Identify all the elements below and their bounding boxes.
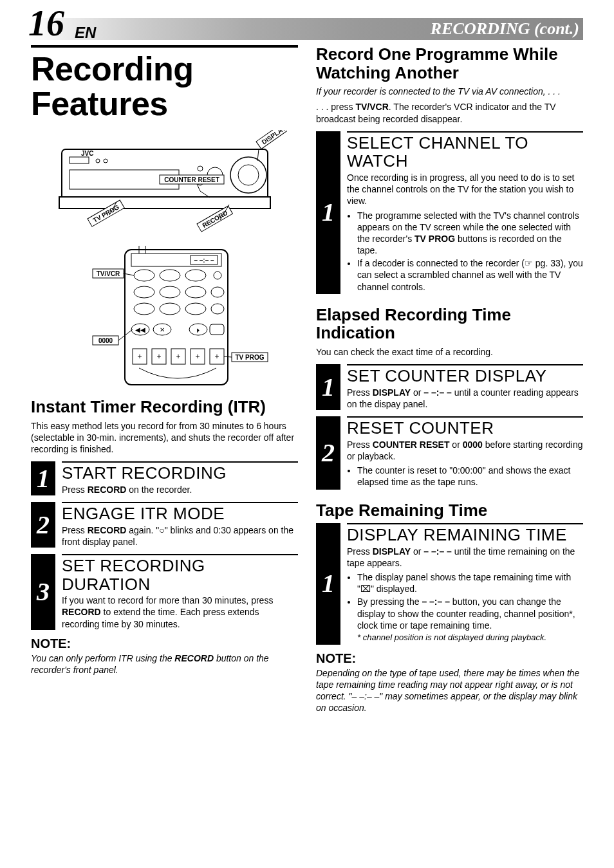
vcr-remote-diagram: JVC DISPLAY bbox=[31, 130, 298, 387]
svg-text:TV PROG: TV PROG bbox=[235, 354, 264, 361]
step-body: If you want to record for more than 30 m… bbox=[62, 595, 298, 630]
list-item: The programme selected with the TV's cha… bbox=[357, 210, 583, 257]
step-number-icon: 1 bbox=[31, 461, 55, 495]
vcr-label-record: RECORD bbox=[197, 206, 232, 232]
remote-body-icon: – –:– – bbox=[125, 246, 228, 385]
page-number: 16 bbox=[28, 5, 64, 41]
svg-text:+: + bbox=[195, 352, 200, 361]
step-3: 3 SET RECORDING DURATION If you want to … bbox=[31, 554, 298, 630]
right-column: Record One Programme While Watching Anot… bbox=[316, 45, 583, 721]
jvc-label: JVC bbox=[81, 150, 93, 157]
svg-text:0000: 0000 bbox=[98, 337, 113, 344]
note-body: Depending on the type of tape used, ther… bbox=[316, 667, 583, 714]
list-item: The counter is reset to "0:00:00" and sh… bbox=[357, 465, 583, 488]
step-number-icon: 3 bbox=[31, 554, 55, 630]
bullet-list: The counter is reset to "0:00:00" and sh… bbox=[347, 465, 583, 488]
step-number-icon: 1 bbox=[316, 523, 340, 645]
rule bbox=[31, 45, 298, 48]
svg-text:+: + bbox=[176, 352, 180, 361]
footnote: * channel position is not displayed duri… bbox=[357, 633, 546, 642]
step-title: RESET COUNTER bbox=[347, 416, 583, 438]
sec1-heading: Record One Programme While Watching Anot… bbox=[316, 45, 583, 82]
step-title: SET RECORDING DURATION bbox=[62, 554, 298, 593]
svg-text:+: + bbox=[214, 352, 219, 361]
step-number-icon: 2 bbox=[316, 416, 340, 489]
step-number-icon: 2 bbox=[31, 502, 55, 548]
step-body: Press DISPLAY or – –:– – until the time … bbox=[347, 546, 583, 569]
step-number-icon: 1 bbox=[316, 131, 340, 294]
sec2-intro: You can check the exact time of a record… bbox=[316, 346, 583, 358]
vcr-label-display: DISPLAY bbox=[256, 130, 287, 149]
note-heading: NOTE: bbox=[31, 636, 298, 651]
step-body: Press RECORD again. "○" blinks and 0:30 … bbox=[62, 524, 298, 548]
page-number-lang: EN bbox=[75, 24, 96, 42]
step-1: 1 START RECORDING Press RECORD on the re… bbox=[31, 461, 298, 495]
bullet-list: The display panel shows the tape remaini… bbox=[347, 571, 583, 643]
step-title: START RECORDING bbox=[62, 461, 298, 483]
step-body: Once recording is in progress, all you n… bbox=[347, 172, 583, 207]
sec3-step-1: 1 DISPLAY REMAINING TIME Press DISPLAY o… bbox=[316, 523, 583, 645]
step-title: SET COUNTER DISPLAY bbox=[347, 364, 583, 385]
remote-label-tvprog: TV PROG bbox=[232, 353, 268, 362]
sec2-step-1: 1 SET COUNTER DISPLAY Press DISPLAY or –… bbox=[316, 364, 583, 410]
list-item: If a decoder is connected to the recorde… bbox=[357, 257, 583, 293]
bullet-list: The programme selected with the TV's cha… bbox=[347, 210, 583, 293]
itr-intro: This easy method lets you record for fro… bbox=[31, 420, 298, 456]
step-body: Press RECORD on the recorder. bbox=[62, 484, 298, 495]
note-body: You can only perform ITR using the RECOR… bbox=[31, 652, 298, 676]
header-bar: 16 EN RECORDING (cont.) bbox=[31, 18, 583, 40]
remote-label-tvvcr: TV/VCR bbox=[93, 269, 124, 278]
main-title: Recording Features bbox=[31, 51, 298, 121]
svg-text:✕: ✕ bbox=[160, 326, 165, 333]
svg-text:+: + bbox=[156, 352, 161, 361]
list-item: By pressing the – –:– – button, you can … bbox=[357, 596, 583, 643]
svg-text:⏵: ⏵ bbox=[195, 327, 201, 333]
sec1-intro: . . . press TV/VCR. The recorder's VCR i… bbox=[316, 101, 583, 124]
svg-text:DISPLAY: DISPLAY bbox=[260, 130, 286, 146]
step-number-icon: 1 bbox=[316, 364, 340, 410]
step-body: Press DISPLAY or – –:– – until a counter… bbox=[347, 387, 583, 410]
list-item: The display panel shows the tape remaini… bbox=[357, 571, 583, 595]
svg-text:TV/VCR: TV/VCR bbox=[96, 270, 120, 277]
sec1-intro-ital: If your recorder is connected to the TV … bbox=[316, 86, 583, 97]
left-column: Recording Features JVC bbox=[31, 45, 298, 721]
step-2: 2 ENGAGE ITR MODE Press RECORD again. "○… bbox=[31, 502, 298, 548]
step-title: DISPLAY REMAINING TIME bbox=[347, 523, 583, 544]
step-title: ENGAGE ITR MODE bbox=[62, 502, 298, 523]
itr-heading: Instant Timer Recording (ITR) bbox=[31, 398, 298, 416]
svg-text:COUNTER RESET: COUNTER RESET bbox=[164, 176, 219, 183]
remote-label-zero: 0000 bbox=[93, 336, 118, 345]
svg-text:+: + bbox=[137, 352, 142, 361]
vcr-label-counter-reset: COUNTER RESET bbox=[160, 175, 224, 184]
svg-text:◀◀: ◀◀ bbox=[135, 326, 145, 333]
sec3-heading: Tape Remaining Time bbox=[316, 501, 583, 520]
svg-text:– –:– –: – –:– – bbox=[194, 257, 214, 264]
note-heading: NOTE: bbox=[316, 651, 583, 666]
manual-page: 16 EN RECORDING (cont.) Recording Featur… bbox=[0, 0, 614, 746]
sec2-step-2: 2 RESET COUNTER Press COUNTER RESET or 0… bbox=[316, 416, 583, 489]
step-body: Press COUNTER RESET or 0000 before start… bbox=[347, 439, 583, 462]
sec2-heading: Elapsed Recording Time Indication bbox=[316, 306, 583, 342]
svg-rect-1 bbox=[59, 197, 270, 208]
step-title: SELECT CHANNEL TO WATCH bbox=[347, 131, 583, 171]
sec1-step-1: 1 SELECT CHANNEL TO WATCH Once recording… bbox=[316, 131, 583, 294]
header-title: RECORDING (cont.) bbox=[431, 19, 579, 39]
